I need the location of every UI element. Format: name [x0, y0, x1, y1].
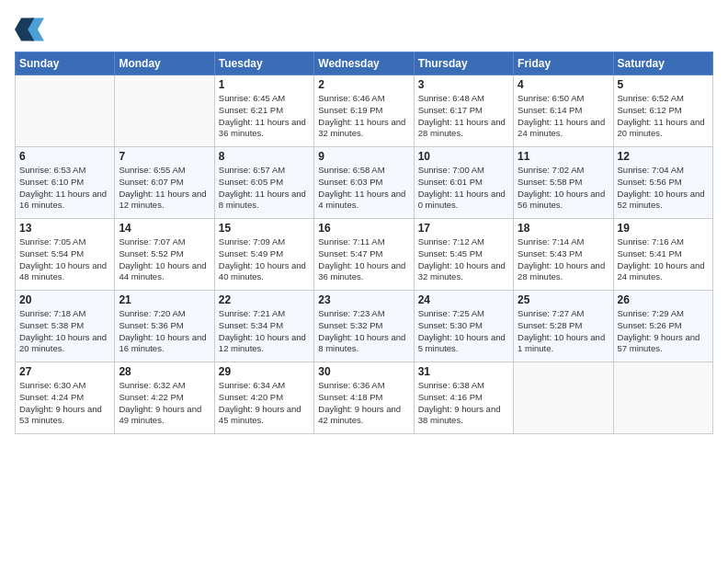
- day-number: 1: [219, 78, 310, 91]
- day-info: Sunrise: 7:09 AM Sunset: 5:49 PM Dayligh…: [219, 236, 310, 283]
- logo-icon: [15, 15, 44, 44]
- day-number: 19: [618, 222, 709, 235]
- calendar-cell: 27Sunrise: 6:30 AM Sunset: 4:24 PM Dayli…: [16, 362, 115, 434]
- day-number: 13: [19, 222, 110, 235]
- day-number: 28: [119, 365, 210, 378]
- day-number: 29: [219, 365, 310, 378]
- day-number: 2: [318, 78, 409, 91]
- day-number: 16: [318, 222, 409, 235]
- calendar-cell: 2Sunrise: 6:46 AM Sunset: 6:19 PM Daylig…: [314, 75, 414, 147]
- day-info: Sunrise: 6:58 AM Sunset: 6:03 PM Dayligh…: [318, 165, 409, 212]
- calendar-cell: 12Sunrise: 7:04 AM Sunset: 5:56 PM Dayli…: [613, 147, 712, 219]
- calendar-cell: 7Sunrise: 6:55 AM Sunset: 6:07 PM Daylig…: [115, 147, 214, 219]
- column-header-friday: Friday: [514, 52, 613, 75]
- calendar-cell: 28Sunrise: 6:32 AM Sunset: 4:22 PM Dayli…: [115, 362, 214, 434]
- day-info: Sunrise: 6:32 AM Sunset: 4:22 PM Dayligh…: [119, 380, 210, 427]
- day-info: Sunrise: 6:55 AM Sunset: 6:07 PM Dayligh…: [119, 165, 210, 212]
- day-info: Sunrise: 7:14 AM Sunset: 5:43 PM Dayligh…: [518, 236, 609, 283]
- day-number: 25: [518, 293, 609, 306]
- day-info: Sunrise: 7:27 AM Sunset: 5:28 PM Dayligh…: [518, 308, 609, 355]
- day-info: Sunrise: 7:11 AM Sunset: 5:47 PM Dayligh…: [318, 236, 409, 283]
- day-number: 5: [618, 78, 709, 91]
- day-number: 15: [219, 222, 310, 235]
- day-info: Sunrise: 7:02 AM Sunset: 5:58 PM Dayligh…: [518, 165, 609, 212]
- week-row-4: 27Sunrise: 6:30 AM Sunset: 4:24 PM Dayli…: [16, 362, 713, 434]
- day-number: 22: [219, 293, 310, 306]
- day-number: 11: [518, 150, 609, 163]
- calendar-cell: 19Sunrise: 7:16 AM Sunset: 5:41 PM Dayli…: [613, 219, 712, 291]
- day-number: 8: [219, 150, 310, 163]
- calendar-cell: 23Sunrise: 7:23 AM Sunset: 5:32 PM Dayli…: [314, 291, 414, 362]
- calendar-cell: 21Sunrise: 7:20 AM Sunset: 5:36 PM Dayli…: [115, 291, 214, 362]
- day-info: Sunrise: 6:36 AM Sunset: 4:18 PM Dayligh…: [318, 380, 409, 427]
- day-info: Sunrise: 7:05 AM Sunset: 5:54 PM Dayligh…: [19, 236, 110, 283]
- calendar-cell: 8Sunrise: 6:57 AM Sunset: 6:05 PM Daylig…: [214, 147, 313, 219]
- day-info: Sunrise: 6:38 AM Sunset: 4:16 PM Dayligh…: [418, 380, 509, 427]
- week-row-0: 1Sunrise: 6:45 AM Sunset: 6:21 PM Daylig…: [16, 75, 713, 147]
- day-info: Sunrise: 6:53 AM Sunset: 6:10 PM Dayligh…: [19, 165, 110, 212]
- calendar-cell: [514, 362, 613, 434]
- day-info: Sunrise: 6:45 AM Sunset: 6:21 PM Dayligh…: [219, 93, 310, 140]
- calendar-cell: [115, 75, 214, 147]
- day-number: 21: [119, 293, 210, 306]
- day-number: 30: [318, 365, 409, 378]
- calendar-table: SundayMondayTuesdayWednesdayThursdayFrid…: [15, 52, 713, 434]
- day-info: Sunrise: 6:52 AM Sunset: 6:12 PM Dayligh…: [618, 93, 709, 140]
- calendar-cell: 15Sunrise: 7:09 AM Sunset: 5:49 PM Dayli…: [214, 219, 313, 291]
- calendar-cell: 16Sunrise: 7:11 AM Sunset: 5:47 PM Dayli…: [314, 219, 414, 291]
- day-info: Sunrise: 7:12 AM Sunset: 5:45 PM Dayligh…: [418, 236, 509, 283]
- calendar-cell: 31Sunrise: 6:38 AM Sunset: 4:16 PM Dayli…: [414, 362, 513, 434]
- day-number: 23: [318, 293, 409, 306]
- calendar-cell: [16, 75, 115, 147]
- calendar-cell: 3Sunrise: 6:48 AM Sunset: 6:17 PM Daylig…: [414, 75, 513, 147]
- day-info: Sunrise: 7:21 AM Sunset: 5:34 PM Dayligh…: [219, 308, 310, 355]
- calendar-cell: 30Sunrise: 6:36 AM Sunset: 4:18 PM Dayli…: [314, 362, 414, 434]
- day-info: Sunrise: 7:18 AM Sunset: 5:38 PM Dayligh…: [19, 308, 110, 355]
- day-info: Sunrise: 7:16 AM Sunset: 5:41 PM Dayligh…: [618, 236, 709, 283]
- calendar-cell: 4Sunrise: 6:50 AM Sunset: 6:14 PM Daylig…: [514, 75, 613, 147]
- calendar-cell: 11Sunrise: 7:02 AM Sunset: 5:58 PM Dayli…: [514, 147, 613, 219]
- calendar-cell: 22Sunrise: 7:21 AM Sunset: 5:34 PM Dayli…: [214, 291, 313, 362]
- calendar-cell: [613, 362, 712, 434]
- week-row-1: 6Sunrise: 6:53 AM Sunset: 6:10 PM Daylig…: [16, 147, 713, 219]
- calendar-cell: 6Sunrise: 6:53 AM Sunset: 6:10 PM Daylig…: [16, 147, 115, 219]
- day-info: Sunrise: 7:20 AM Sunset: 5:36 PM Dayligh…: [119, 308, 210, 355]
- calendar-cell: 9Sunrise: 6:58 AM Sunset: 6:03 PM Daylig…: [314, 147, 414, 219]
- calendar-cell: 17Sunrise: 7:12 AM Sunset: 5:45 PM Dayli…: [414, 219, 513, 291]
- day-number: 24: [418, 293, 509, 306]
- day-number: 9: [318, 150, 409, 163]
- day-info: Sunrise: 6:50 AM Sunset: 6:14 PM Dayligh…: [518, 93, 609, 140]
- day-number: 3: [418, 78, 509, 91]
- day-info: Sunrise: 7:25 AM Sunset: 5:30 PM Dayligh…: [418, 308, 509, 355]
- day-number: 31: [418, 365, 509, 378]
- day-info: Sunrise: 6:46 AM Sunset: 6:19 PM Dayligh…: [318, 93, 409, 140]
- day-number: 26: [618, 293, 709, 306]
- calendar-cell: 1Sunrise: 6:45 AM Sunset: 6:21 PM Daylig…: [214, 75, 313, 147]
- day-info: Sunrise: 6:57 AM Sunset: 6:05 PM Dayligh…: [219, 165, 310, 212]
- calendar-cell: 20Sunrise: 7:18 AM Sunset: 5:38 PM Dayli…: [16, 291, 115, 362]
- day-number: 12: [618, 150, 709, 163]
- column-header-sunday: Sunday: [16, 52, 115, 75]
- column-header-thursday: Thursday: [414, 52, 513, 75]
- header-row: SundayMondayTuesdayWednesdayThursdayFrid…: [16, 52, 713, 75]
- day-number: 20: [19, 293, 110, 306]
- calendar-cell: 13Sunrise: 7:05 AM Sunset: 5:54 PM Dayli…: [16, 219, 115, 291]
- header: [15, 15, 713, 44]
- logo: [15, 15, 48, 44]
- day-number: 10: [418, 150, 509, 163]
- day-number: 4: [518, 78, 609, 91]
- day-info: Sunrise: 7:23 AM Sunset: 5:32 PM Dayligh…: [318, 308, 409, 355]
- day-info: Sunrise: 6:34 AM Sunset: 4:20 PM Dayligh…: [219, 380, 310, 427]
- day-info: Sunrise: 6:48 AM Sunset: 6:17 PM Dayligh…: [418, 93, 509, 140]
- day-number: 7: [119, 150, 210, 163]
- calendar-cell: 14Sunrise: 7:07 AM Sunset: 5:52 PM Dayli…: [115, 219, 214, 291]
- week-row-2: 13Sunrise: 7:05 AM Sunset: 5:54 PM Dayli…: [16, 219, 713, 291]
- day-info: Sunrise: 7:29 AM Sunset: 5:26 PM Dayligh…: [618, 308, 709, 355]
- page: SundayMondayTuesdayWednesdayThursdayFrid…: [0, 0, 728, 443]
- calendar-cell: 24Sunrise: 7:25 AM Sunset: 5:30 PM Dayli…: [414, 291, 513, 362]
- column-header-tuesday: Tuesday: [214, 52, 313, 75]
- calendar-cell: 18Sunrise: 7:14 AM Sunset: 5:43 PM Dayli…: [514, 219, 613, 291]
- day-number: 18: [518, 222, 609, 235]
- column-header-wednesday: Wednesday: [314, 52, 414, 75]
- day-number: 6: [19, 150, 110, 163]
